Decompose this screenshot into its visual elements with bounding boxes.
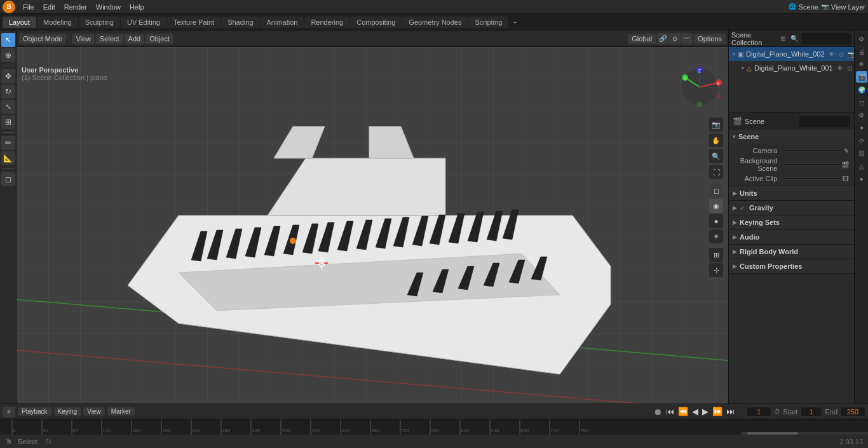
viewport-mode-btn[interactable]: Object Mode [19,34,66,44]
camera-input[interactable] [783,149,843,152]
viewport-add-btn[interactable]: Add [125,34,145,44]
menu-file[interactable]: File [19,2,38,12]
units-section-header[interactable]: ▶ Units [729,186,854,200]
timeline-scrollbar[interactable] [741,432,868,435]
scene-properties-icon[interactable]: 🎬 [856,71,867,83]
scene-section-header[interactable]: ▾ Scene [729,130,854,144]
outliner-filter-btn[interactable]: ⊞ [778,34,787,43]
data-properties-icon[interactable]: △ [856,160,867,172]
menu-edit[interactable]: Edit [39,2,59,12]
add-workspace-button[interactable]: + [509,17,520,27]
modifier-properties-icon[interactable]: ⚙ [856,109,867,121]
constraints-properties-icon[interactable]: ⛓ [856,147,867,159]
particles-properties-icon[interactable]: ✦ [856,122,867,133]
tool-annotate[interactable]: ✏ [1,136,15,150]
marker-btn[interactable]: Marker [107,407,135,416]
viewport-select-btn[interactable]: Select [96,34,123,44]
hand-tool-btn[interactable]: ✋ [709,133,723,147]
material-properties-icon[interactable]: ● [856,173,867,184]
tab-modeling[interactable]: Modeling [37,17,78,28]
jump-end-btn[interactable]: ⏭ [726,407,735,416]
outliner-search-input[interactable] [801,33,852,44]
solid-shading-btn[interactable]: ◉ [709,199,723,213]
overlay-toggle-btn[interactable]: ⊞ [709,248,723,262]
gizmo-toggle-btn[interactable]: ⊹ [709,263,723,277]
menu-render[interactable]: Render [60,2,91,12]
keying-sets-section-header[interactable]: ▶ Keying Sets [729,215,854,229]
tab-scripting[interactable]: Scripting [468,17,508,28]
outliner-cursor-btn-0[interactable]: ⊙ [837,50,845,58]
end-frame-input[interactable]: 250 [840,407,865,417]
camera-view-btn[interactable]: 📷 [709,118,723,132]
tool-move[interactable]: ✥ [1,69,15,83]
active-clip-icon[interactable]: 🎞 [843,175,849,182]
outliner-search-btn[interactable]: 🔍 [789,34,800,43]
playback-btn[interactable]: Playback [18,407,51,416]
timeline-view-btn[interactable]: View [83,407,105,416]
viewport[interactable]: Object Mode View Select Add Object Globa… [17,31,728,404]
viewport-canvas[interactable]: User Perspective (1) Scene Collection | … [17,47,728,404]
start-frame-input[interactable]: 1 [800,407,822,417]
next-keyframe-btn[interactable]: ⏩ [712,407,722,416]
proportional-btn[interactable]: ⊙ [669,33,681,44]
menu-window[interactable]: Window [92,2,125,12]
tab-uv-editing[interactable]: UV Editing [121,17,166,28]
custom-props-section-header[interactable]: ▶ Custom Properties [729,259,854,273]
tab-layout[interactable]: Layout [3,17,36,28]
prev-keyframe-btn[interactable]: ⏪ [678,407,688,416]
camera-eyedropper-btn[interactable]: ✎ [844,147,849,154]
viewport-object-btn[interactable]: Object [146,34,173,44]
zoom-btn[interactable]: 🔍 [709,149,723,163]
tool-add[interactable]: ◻ [1,172,15,186]
material-preview-btn[interactable]: ● [709,214,723,228]
tab-shading[interactable]: Shading [221,17,259,28]
audio-section-header[interactable]: ▶ Audio [729,230,854,244]
viewport-view-btn[interactable]: View [72,34,95,44]
render-properties-icon[interactable]: ⚙ [856,33,867,44]
wireframe-btn[interactable]: ◻ [709,184,723,198]
play-reverse-btn[interactable]: ◀ [692,407,698,416]
proportional-falloff-btn[interactable]: 〰 [681,33,693,44]
background-scene-input[interactable] [783,163,840,166]
physics-properties-icon[interactable]: ⟳ [856,135,867,146]
timeline-ruler[interactable]: 0 40 80 120 160 200 240 280 320 360 400 … [0,419,868,435]
timeline-scrollbar-thumb[interactable] [747,432,798,435]
tab-geometry-nodes[interactable]: Geometry Nodes [402,17,468,28]
outliner-cursor-btn-1[interactable]: ⊙ [846,64,853,72]
tab-rendering[interactable]: Rendering [304,17,349,28]
gravity-checkbox[interactable]: ✓ [740,205,745,212]
tool-rotate[interactable]: ↻ [1,85,15,98]
outliner-render-btn-0[interactable]: 📷 [846,50,854,58]
gravity-section-header[interactable]: ▶ ✓ Gravity [729,201,854,215]
tab-compositing[interactable]: Compositing [350,17,402,28]
options-btn[interactable]: Options [694,34,726,44]
snap-btn[interactable]: 🔗 [657,33,668,44]
transform-global-btn[interactable]: Global [628,34,656,44]
outliner-item-1[interactable]: ▾ △ Digital_Piano_White_001 👁 ⊙ 📷 [729,61,854,75]
jump-start-btn[interactable]: ⏮ [666,407,674,416]
play-btn[interactable]: ▶ [702,407,709,416]
rigid-body-section-header[interactable]: ▶ Rigid Body World [729,245,854,259]
rendered-btn[interactable]: ☀ [709,229,723,243]
current-frame-input[interactable]: 1 [746,407,771,417]
tool-cursor[interactable]: ⊕ [1,48,15,62]
outliner-eye-btn-1[interactable]: 👁 [836,64,844,72]
active-clip-input[interactable] [783,177,841,180]
tool-transform[interactable]: ⊞ [1,115,15,129]
output-properties-icon[interactable]: 🖨 [856,46,867,57]
view-layer-properties-icon[interactable]: 👁 [856,58,867,70]
tool-measure[interactable]: 📐 [1,151,15,165]
tool-select[interactable]: ↖ [1,33,15,47]
object-properties-icon[interactable]: ◻ [856,97,867,108]
outliner-item-0[interactable]: ▾ ▣ Digital_Piano_White_002 👁 ⊙ 📷 [729,47,854,61]
timeline-menu-btn[interactable]: ≡ [3,407,15,417]
tab-animation[interactable]: Animation [261,17,304,28]
keying-btn[interactable]: Keying [54,407,81,416]
menu-help[interactable]: Help [126,2,148,12]
tab-sculpting[interactable]: Sculpting [79,17,120,28]
fullscreen-btn[interactable]: ⛶ [709,165,723,179]
tab-texture-paint[interactable]: Texture Paint [167,17,220,28]
background-scene-icon[interactable]: 🎬 [841,161,849,168]
properties-search-input[interactable] [799,116,850,127]
tool-scale[interactable]: ⤡ [1,100,15,114]
